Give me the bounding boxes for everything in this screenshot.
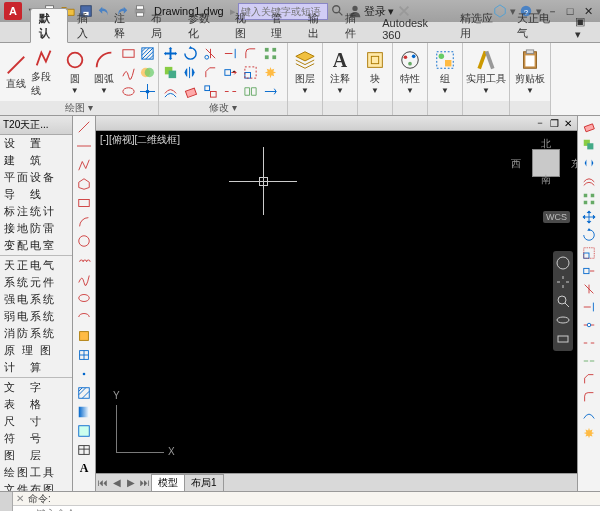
sidebar-item[interactable]: 计 算 <box>0 359 72 376</box>
fillet-icon[interactable] <box>581 388 598 405</box>
blend-icon[interactable] <box>581 406 598 423</box>
doc-minimize-icon[interactable]: － <box>534 117 546 129</box>
model-tab[interactable]: 模型 <box>151 474 185 492</box>
offset-icon[interactable] <box>581 172 598 189</box>
sidebar-item[interactable]: 绘图工具 <box>0 464 72 481</box>
rect-icon[interactable] <box>76 194 93 211</box>
layout-next-icon[interactable]: ▶ <box>124 477 138 488</box>
circle-button[interactable]: 圆▼ <box>61 45 89 99</box>
doc-close-icon[interactable]: ✕ <box>562 117 574 129</box>
tab-default[interactable]: 默认 <box>30 8 68 43</box>
sidebar-item[interactable]: 弱电系统 <box>0 308 72 325</box>
trim-icon[interactable] <box>581 280 598 297</box>
layout-first-icon[interactable]: ⏮ <box>96 477 110 488</box>
clipboard-button[interactable]: 剪贴板▼ <box>512 45 548 99</box>
tab-featured[interactable]: 精选应用 <box>452 9 508 42</box>
sidebar-item[interactable]: 表 格 <box>0 396 72 413</box>
sidebar-item[interactable]: 导 线 <box>0 186 72 203</box>
ellipse-arc-icon[interactable] <box>76 308 93 325</box>
sidebar-item[interactable]: 接地防雷 <box>0 220 72 237</box>
panel-title[interactable]: 绘图 ▾ <box>0 101 158 115</box>
mirror-icon[interactable] <box>581 154 598 171</box>
ellipse-icon[interactable] <box>119 82 137 100</box>
stretch-icon[interactable] <box>221 63 239 81</box>
layer-button[interactable]: 图层▼ <box>290 45 320 99</box>
wheel-icon[interactable] <box>555 255 571 271</box>
viewcube[interactable]: 北 南 西 东 <box>523 139 569 185</box>
break-icon[interactable] <box>221 82 239 100</box>
hatch-icon[interactable] <box>138 44 156 62</box>
make-block-icon[interactable] <box>76 346 93 363</box>
tab-layout[interactable]: 布局 <box>143 9 179 42</box>
pan-icon[interactable] <box>555 274 571 290</box>
line-icon[interactable] <box>76 118 93 135</box>
tab-annotate[interactable]: 注释 <box>106 9 142 42</box>
ellipse-icon[interactable] <box>76 289 93 306</box>
tab-output[interactable]: 输出 <box>300 9 336 42</box>
wcs-label[interactable]: WCS <box>543 211 570 223</box>
sidebar-item[interactable]: 尺 寸 <box>0 413 72 430</box>
circle-icon[interactable] <box>76 232 93 249</box>
tab-addins[interactable]: 插件 <box>337 9 373 42</box>
showmotion-icon[interactable] <box>555 331 571 347</box>
tab-tangent[interactable]: 天正电气 <box>509 9 565 42</box>
revcloud-icon[interactable] <box>76 251 93 268</box>
panel-title[interactable] <box>288 101 322 115</box>
text-button[interactable]: A注释▼ <box>325 45 355 99</box>
panel-title[interactable] <box>393 101 427 115</box>
join-icon[interactable] <box>241 82 259 100</box>
xline-icon[interactable] <box>76 137 93 154</box>
layout-prev-icon[interactable]: ◀ <box>110 477 124 488</box>
gradient-icon[interactable] <box>76 403 93 420</box>
ribbon-collapse-icon[interactable]: ▣ ▾ <box>567 13 600 42</box>
extend-icon[interactable] <box>581 298 598 315</box>
panel-title[interactable] <box>510 101 550 115</box>
block-button[interactable]: 块▼ <box>360 45 390 99</box>
explode-icon[interactable] <box>581 424 598 441</box>
scale-icon[interactable] <box>581 244 598 261</box>
insert-block-icon[interactable] <box>76 327 93 344</box>
orbit-icon[interactable] <box>555 312 571 328</box>
sidebar-item[interactable]: 原 理 图 <box>0 342 72 359</box>
move-icon[interactable] <box>161 44 179 62</box>
tab-manage[interactable]: 管理 <box>263 9 299 42</box>
spline-icon[interactable] <box>76 270 93 287</box>
sidebar-item[interactable]: 天正电气 <box>0 257 72 274</box>
layout-last-icon[interactable]: ⏭ <box>138 477 152 488</box>
properties-button[interactable]: 特性▼ <box>395 45 425 99</box>
group-button[interactable]: 组▼ <box>430 45 460 99</box>
lengthen-icon[interactable] <box>261 82 279 100</box>
stretch-icon[interactable] <box>581 262 598 279</box>
rotate-icon[interactable] <box>581 226 598 243</box>
sidebar-item[interactable]: 设 置 <box>0 135 72 152</box>
mtext-icon[interactable]: A <box>76 460 93 477</box>
point-icon[interactable] <box>76 365 93 382</box>
sidebar-item[interactable]: 图 层 <box>0 447 72 464</box>
arc-icon[interactable] <box>76 213 93 230</box>
sidebar-item[interactable]: 消防系统 <box>0 325 72 342</box>
sidebar-item[interactable]: 变配电室 <box>0 237 72 254</box>
panel-title[interactable] <box>323 101 357 115</box>
erase-icon[interactable] <box>181 82 199 100</box>
polyline-icon[interactable] <box>76 156 93 173</box>
arc-button[interactable]: 圆弧▼ <box>90 45 118 99</box>
tab-insert[interactable]: 插入 <box>69 9 105 42</box>
align-icon[interactable] <box>201 82 219 100</box>
rotate-icon[interactable] <box>181 44 199 62</box>
panel-title[interactable] <box>463 101 509 115</box>
panel-title[interactable]: 修改 ▾ <box>159 101 287 115</box>
chamfer-icon[interactable] <box>581 370 598 387</box>
canvas[interactable]: [-][俯视][二维线框] Y X 北 南 西 东 WCS <box>96 131 577 473</box>
layout1-tab[interactable]: 布局1 <box>184 474 224 492</box>
rectangle-icon[interactable] <box>119 44 137 62</box>
break-point-icon[interactable] <box>581 316 598 333</box>
trim-icon[interactable] <box>201 44 219 62</box>
erase-icon[interactable] <box>581 118 598 135</box>
point-icon[interactable] <box>138 82 156 100</box>
tab-parametric[interactable]: 参数化 <box>180 9 226 42</box>
extend-icon[interactable] <box>221 44 239 62</box>
tangent-panel-title[interactable]: T20天正... <box>0 116 72 135</box>
offset-icon[interactable] <box>161 82 179 100</box>
utilities-button[interactable]: 实用工具▼ <box>465 45 507 99</box>
zoom-extents-icon[interactable] <box>555 293 571 309</box>
